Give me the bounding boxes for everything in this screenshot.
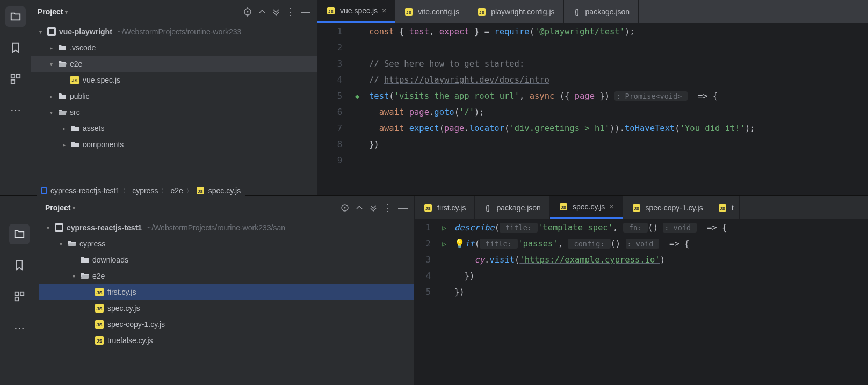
svg-point-7: [247, 11, 249, 13]
svg-text:JS: JS: [96, 290, 102, 295]
js-icon: JS: [423, 203, 433, 213]
more-icon[interactable]: ⋮: [383, 202, 393, 214]
tree-src[interactable]: ▾ src: [31, 104, 317, 120]
tree-first-cy[interactable]: JS first.cy.js: [39, 284, 414, 300]
tree-spec-copy[interactable]: JS spec-copy-1.cy.js: [39, 316, 414, 332]
root-icon: [55, 223, 63, 232]
rail-project-1[interactable]: [5, 6, 26, 27]
tree-vue-spec[interactable]: JS vue.spec.js: [31, 72, 317, 88]
js-icon: JS: [196, 186, 205, 195]
tab-package-json-1[interactable]: package.json: [564, 0, 639, 23]
tab-package-json-2[interactable]: package.json: [475, 196, 550, 219]
editor-2: JS first.cy.js package.json JS spec.cy.j…: [415, 196, 868, 385]
run-gutter-icon[interactable]: ▷: [436, 220, 452, 236]
tab-spec-cy[interactable]: JS spec.cy.js×: [550, 196, 623, 219]
folder-icon: [81, 256, 89, 264]
svg-rect-4: [17, 75, 20, 78]
folder-icon: [71, 140, 79, 149]
collapse-icon[interactable]: [272, 8, 280, 16]
panel-title-1[interactable]: Project▾: [38, 8, 68, 16]
locate-icon[interactable]: [243, 7, 252, 17]
tree-public[interactable]: ▸ public: [31, 88, 317, 104]
minimize-icon[interactable]: —: [398, 202, 408, 214]
rail-bookmarks-2[interactable]: [9, 255, 30, 275]
line-gutter-1: 123456789: [317, 24, 348, 195]
tree-root-2[interactable]: ▾ cypress-reactjs-test1 ~/WebstormProjec…: [39, 220, 414, 236]
panel-title-2[interactable]: Project▾: [45, 204, 75, 212]
svg-text:JS: JS: [720, 206, 725, 211]
rail-bookmarks-1[interactable]: [5, 38, 26, 58]
collapse-icon[interactable]: [369, 204, 378, 212]
svg-rect-20: [15, 292, 18, 295]
glyph-gutter-1: ◆: [348, 24, 367, 195]
tab-overflow[interactable]: JS t: [712, 196, 740, 219]
tab-first-cy[interactable]: JS first.cy.js: [415, 196, 475, 219]
js-icon: JS: [559, 202, 568, 212]
js-icon: JS: [95, 287, 104, 297]
folder-icon: [58, 43, 67, 52]
minimize-icon[interactable]: —: [301, 6, 310, 18]
tree-assets[interactable]: ▸ assets: [31, 120, 317, 136]
code-content-1[interactable]: const { test, expect } = require('@playw…: [367, 24, 868, 195]
js-icon: JS: [95, 336, 104, 345]
tree-cypress[interactable]: ▾ cypress: [39, 236, 414, 252]
close-icon[interactable]: ×: [382, 6, 386, 15]
breadcrumb[interactable]: cypress-reactjs-test1〉 cypress〉 e2e〉 JS …: [37, 184, 245, 198]
rail-structure-1[interactable]: [5, 69, 26, 89]
rail-more-1[interactable]: ⋯: [5, 100, 26, 120]
code-area-1[interactable]: 123456789 ◆ const { test, expect } = req…: [317, 24, 868, 195]
tree-root-1[interactable]: ▾ vue-playwright ~/WebstormProjects/rout…: [31, 24, 317, 40]
more-icon[interactable]: ⋮: [286, 6, 295, 18]
js-icon: JS: [326, 6, 336, 16]
rail-more-2[interactable]: ⋯: [9, 317, 30, 338]
code-area-2[interactable]: 12345 ▷ ▷ describe( title: 'template spe…: [415, 220, 868, 385]
project-panel-2: Project▾ ⋮ — ▾ cypress-reactjs-test1 ~/W…: [39, 196, 415, 385]
folder-icon: [81, 272, 89, 280]
svg-text:JS: JS: [96, 306, 102, 311]
svg-text:JS: JS: [561, 205, 566, 210]
glyph-gutter-2: ▷ ▷: [436, 220, 452, 385]
svg-rect-21: [20, 292, 24, 295]
tree-vscode[interactable]: ▸ .vscode: [31, 40, 317, 56]
svg-rect-22: [15, 297, 18, 301]
tab-vue-spec[interactable]: JS vue.spec.js×: [317, 0, 395, 23]
tree-downloads[interactable]: downloads: [39, 252, 414, 268]
run-gutter-icon[interactable]: ◆: [348, 88, 367, 104]
svg-rect-5: [11, 80, 15, 83]
svg-text:JS: JS: [328, 9, 334, 14]
svg-text:JS: JS: [198, 189, 203, 194]
project-tree-1[interactable]: ▾ vue-playwright ~/WebstormProjects/rout…: [31, 24, 317, 195]
tree-truefalse[interactable]: JS truefalse.cy.js: [39, 332, 414, 348]
editor-1: JS vue.spec.js× JS vite.config.js JS pla…: [317, 0, 868, 195]
tab-spec-copy[interactable]: JS spec-copy-1.cy.js: [623, 196, 712, 219]
code-content-2[interactable]: describe( title: 'template spec', fn: ()…: [452, 220, 868, 385]
folder-icon: [68, 239, 76, 248]
expand-icon[interactable]: [258, 8, 266, 16]
tab-bar-1: JS vue.spec.js× JS vite.config.js JS pla…: [317, 0, 868, 24]
js-icon: JS: [404, 7, 414, 17]
run-gutter-icon[interactable]: ▷: [436, 236, 452, 252]
tree-e2e-2[interactable]: ▾ e2e: [39, 268, 414, 284]
module-icon: [41, 187, 47, 194]
folder-icon: [58, 92, 67, 100]
folder-icon: [58, 108, 67, 117]
tree-spec-cy[interactable]: JS spec.cy.js: [39, 300, 414, 316]
tree-e2e-1[interactable]: ▾ e2e: [31, 56, 317, 72]
tree-components[interactable]: ▸ components: [31, 136, 317, 152]
svg-text:JS: JS: [479, 10, 484, 15]
rail-structure-2[interactable]: [9, 286, 30, 307]
svg-text:JS: JS: [406, 10, 411, 15]
project-tree-2[interactable]: ▾ cypress-reactjs-test1 ~/WebstormProjec…: [39, 220, 414, 385]
project-panel-1: Project▾ ⋮ — ▾ vue-playwright ~/Webstorm…: [31, 0, 317, 195]
expand-icon[interactable]: [355, 204, 364, 212]
left-rail-1: ⋯: [0, 0, 31, 195]
left-rail-2: ⋯: [0, 196, 39, 385]
rail-project-2[interactable]: [9, 224, 30, 244]
line-gutter-2: 12345: [415, 220, 436, 385]
locate-icon[interactable]: [340, 203, 350, 213]
js-icon: JS: [632, 203, 641, 213]
close-icon[interactable]: ×: [609, 202, 613, 211]
tab-playwright-config[interactable]: JS playwright.config.js: [468, 0, 563, 23]
tab-vite-config[interactable]: JS vite.config.js: [395, 0, 468, 23]
svg-text:JS: JS: [634, 206, 639, 211]
